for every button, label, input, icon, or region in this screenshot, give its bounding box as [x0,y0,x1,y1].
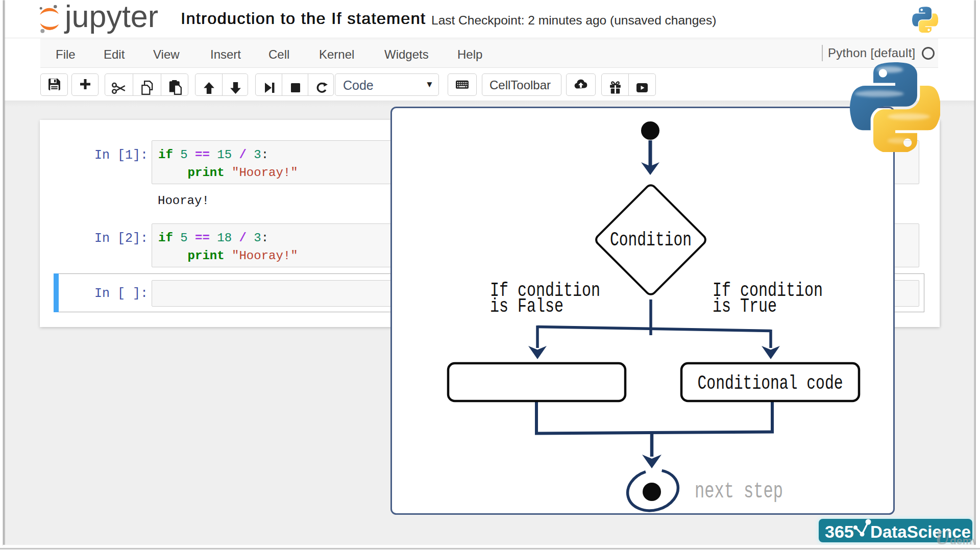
svg-text:365: 365 [825,522,854,541]
svg-text:is False: is False [490,295,564,317]
svg-text:Condition: Condition [610,229,692,251]
svg-text:Conditional code: Conditional code [698,372,843,394]
svg-text:is True: is True [713,295,777,317]
svg-text:jupyter: jupyter [64,3,158,34]
svg-text:next step: next step [695,479,783,504]
